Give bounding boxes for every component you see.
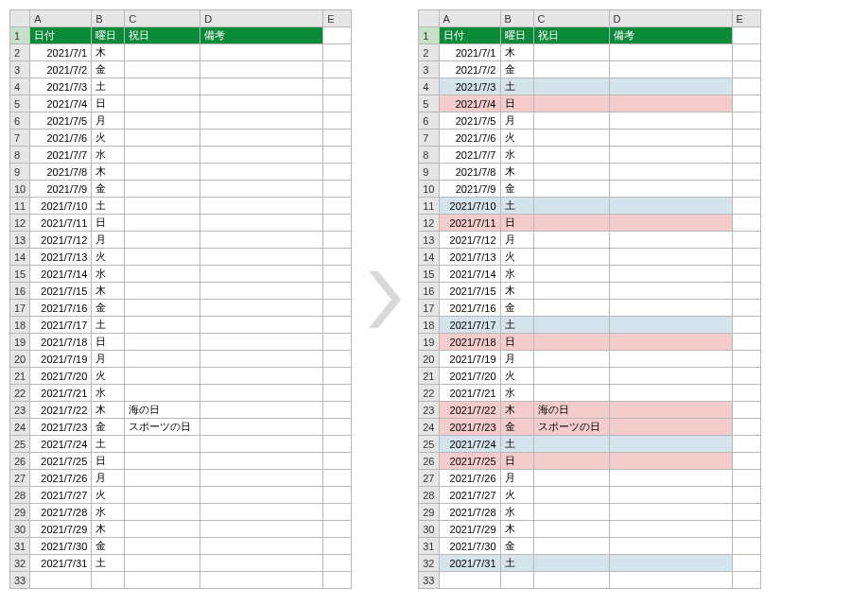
cell[interactable] [732, 334, 760, 351]
cell-dow[interactable]: 月 [500, 112, 533, 130]
cell-date[interactable]: 2021/7/25 [30, 453, 92, 470]
row-header[interactable]: 21 [10, 368, 30, 385]
row-header[interactable]: 7 [10, 130, 30, 147]
cell-date[interactable]: 2021/7/23 [30, 419, 92, 436]
cell[interactable] [732, 385, 760, 402]
row-header[interactable]: 18 [419, 317, 439, 334]
row-header[interactable]: 29 [419, 504, 439, 521]
cell-date[interactable]: 2021/7/5 [439, 112, 500, 130]
header-cell-date[interactable]: 日付 [439, 27, 500, 44]
cell-date[interactable]: 2021/7/19 [30, 351, 92, 368]
cell-dow[interactable]: 日 [92, 215, 125, 232]
cell-date[interactable]: 2021/7/1 [30, 44, 92, 61]
cell-date[interactable]: 2021/7/17 [439, 317, 500, 334]
cell[interactable] [732, 368, 760, 385]
cell-note[interactable] [609, 300, 732, 317]
cell-dow[interactable]: 水 [500, 504, 533, 521]
cell-note[interactable] [609, 61, 732, 78]
cell[interactable] [30, 572, 92, 589]
cell[interactable] [732, 555, 760, 572]
cell[interactable] [323, 95, 352, 112]
row-header[interactable]: 32 [419, 555, 439, 572]
cell-holiday[interactable] [125, 436, 200, 453]
cell[interactable] [732, 232, 760, 249]
cell-holiday[interactable] [125, 487, 200, 504]
row-header[interactable]: 23 [419, 402, 439, 419]
column-header-D[interactable]: D [609, 10, 732, 27]
row-header[interactable]: 12 [419, 215, 439, 232]
cell-date[interactable]: 2021/7/27 [30, 487, 92, 504]
row-header[interactable]: 31 [10, 538, 30, 555]
cell-note[interactable] [200, 368, 323, 385]
cell-dow[interactable]: 木 [92, 44, 125, 61]
cell-note[interactable] [200, 317, 323, 334]
cell-dow[interactable]: 日 [500, 95, 533, 112]
cell[interactable] [323, 266, 352, 283]
cell[interactable] [323, 232, 352, 249]
cell[interactable] [323, 78, 352, 95]
cell-dow[interactable]: 土 [500, 198, 533, 215]
cell-note[interactable] [609, 521, 732, 538]
cell-date[interactable]: 2021/7/18 [30, 334, 92, 351]
cell-note[interactable] [609, 44, 732, 61]
cell[interactable] [732, 283, 760, 300]
row-header[interactable]: 15 [419, 266, 439, 283]
cell-dow[interactable]: 木 [92, 164, 125, 181]
row-header[interactable]: 15 [10, 266, 30, 283]
column-header-C[interactable]: C [533, 10, 609, 27]
cell-date[interactable]: 2021/7/25 [439, 453, 500, 470]
cell[interactable] [323, 27, 352, 44]
cell[interactable] [732, 215, 760, 232]
cell-holiday[interactable] [533, 334, 609, 351]
row-header[interactable]: 6 [419, 112, 439, 130]
cell-dow[interactable]: 土 [500, 78, 533, 95]
cell-note[interactable] [609, 198, 732, 215]
cell[interactable] [732, 436, 760, 453]
row-header[interactable]: 9 [419, 164, 439, 181]
cell-date[interactable]: 2021/7/6 [439, 130, 500, 147]
cell[interactable] [732, 164, 760, 181]
cell-note[interactable] [609, 95, 732, 112]
row-header[interactable]: 13 [10, 232, 30, 249]
cell-holiday[interactable] [533, 504, 609, 521]
cell-note[interactable] [609, 351, 732, 368]
cell-note[interactable] [200, 470, 323, 487]
cell-date[interactable]: 2021/7/12 [30, 232, 92, 249]
cell-note[interactable] [609, 385, 732, 402]
cell-date[interactable]: 2021/7/23 [439, 419, 500, 436]
column-header-C[interactable]: C [125, 10, 200, 27]
row-header[interactable]: 11 [10, 198, 30, 215]
cell-note[interactable] [200, 419, 323, 436]
cell-note[interactable] [200, 181, 323, 198]
cell[interactable] [732, 44, 760, 61]
cell-note[interactable] [609, 317, 732, 334]
cell-holiday[interactable] [533, 368, 609, 385]
row-header[interactable]: 14 [419, 249, 439, 266]
cell-note[interactable] [200, 130, 323, 147]
cell[interactable] [323, 283, 352, 300]
cell-dow[interactable]: 日 [500, 453, 533, 470]
header-cell-dow[interactable]: 曜日 [92, 27, 125, 44]
cell[interactable] [732, 487, 760, 504]
cell-note[interactable] [200, 112, 323, 130]
cell-date[interactable]: 2021/7/2 [30, 61, 92, 78]
cell-holiday[interactable] [125, 112, 200, 130]
cell-dow[interactable]: 金 [500, 181, 533, 198]
cell-holiday[interactable]: スポーツの日 [533, 419, 609, 436]
row-header[interactable]: 33 [419, 572, 439, 589]
cell-dow[interactable]: 金 [500, 300, 533, 317]
cell-holiday[interactable] [125, 453, 200, 470]
cell-dow[interactable]: 水 [92, 385, 125, 402]
cell[interactable] [323, 470, 352, 487]
column-header-B[interactable]: B [500, 10, 533, 27]
column-header-E[interactable]: E [323, 10, 352, 27]
cell-dow[interactable]: 水 [500, 385, 533, 402]
cell[interactable] [323, 419, 352, 436]
cell-note[interactable] [609, 436, 732, 453]
cell[interactable] [732, 181, 760, 198]
row-header[interactable]: 27 [419, 470, 439, 487]
cell-dow[interactable]: 日 [92, 453, 125, 470]
row-header[interactable]: 4 [419, 78, 439, 95]
cell-date[interactable]: 2021/7/14 [30, 266, 92, 283]
cell-date[interactable]: 2021/7/24 [30, 436, 92, 453]
